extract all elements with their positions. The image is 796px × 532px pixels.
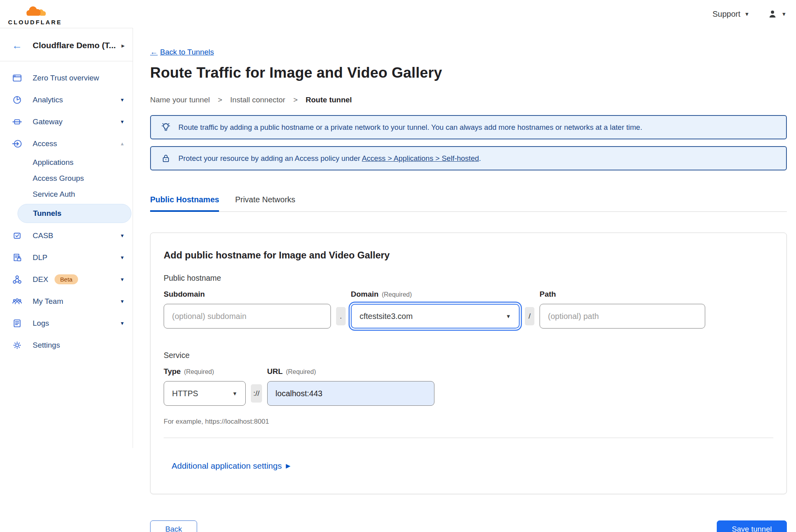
service-section-label: Service bbox=[164, 351, 773, 360]
subdomain-input[interactable] bbox=[164, 304, 331, 329]
chevron-down-icon: ▼ bbox=[744, 12, 749, 17]
info-banner-access-policy: Protect your resource by adding an Acces… bbox=[150, 146, 787, 170]
breadcrumb: Name your tunnel > Install connector > R… bbox=[150, 96, 787, 104]
overview-window-icon bbox=[12, 73, 22, 83]
sidebar-item-zero-trust-overview[interactable]: Zero Trust overview bbox=[0, 67, 133, 89]
sidebar-item-casb[interactable]: CASB ▼ bbox=[0, 225, 133, 246]
sidebar-item-applications[interactable]: Applications bbox=[0, 155, 133, 170]
sidebar-item-tunnels-selected[interactable]: Tunnels bbox=[0, 204, 133, 223]
card-heading: Add public hostname for Image and Video … bbox=[164, 250, 773, 261]
cloudflare-wordmark: CLOUDFLARE bbox=[8, 19, 62, 25]
chevron-down-icon: ▼ bbox=[120, 321, 125, 326]
path-input[interactable] bbox=[540, 304, 705, 329]
account-name: Cloudflare Demo (T... bbox=[33, 41, 121, 50]
back-arrow-icon[interactable]: ← bbox=[12, 40, 22, 51]
support-label: Support bbox=[712, 10, 740, 19]
chevron-up-icon: ▲ bbox=[120, 141, 125, 147]
user-icon bbox=[768, 9, 777, 19]
sidebar-item-dex[interactable]: DEX Beta ▼ bbox=[0, 268, 133, 290]
chevron-down-icon: ▼ bbox=[506, 313, 511, 319]
hostname-field-row: Subdomain . Domain(Required) cftestsite3… bbox=[164, 290, 773, 329]
account-menu[interactable]: ▼ bbox=[768, 9, 786, 19]
sidebar-nav: Zero Trust overview Analytics ▼ Gateway … bbox=[0, 61, 133, 356]
breadcrumb-step-name-tunnel[interactable]: Name your tunnel bbox=[150, 96, 210, 104]
support-menu[interactable]: Support ▼ bbox=[712, 10, 749, 19]
gear-icon bbox=[12, 340, 22, 350]
sidebar-item-gateway[interactable]: Gateway ▼ bbox=[0, 111, 133, 133]
info-banner-text: Route traffic by adding a public hostnam… bbox=[178, 123, 642, 132]
top-bar: CLOUDFLARE Support ▼ ▼ bbox=[0, 0, 796, 28]
sidebar-item-access-groups[interactable]: Access Groups bbox=[0, 170, 133, 186]
expand-right-icon: ▶ bbox=[286, 462, 291, 469]
card-divider bbox=[164, 438, 773, 438]
url-label: URL(Required) bbox=[267, 367, 434, 376]
path-label: Path bbox=[540, 290, 705, 299]
casb-icon bbox=[12, 231, 22, 241]
sidebar-item-access[interactable]: Access ▲ bbox=[0, 133, 133, 155]
gateway-icon bbox=[12, 117, 22, 127]
protect-banner-text: Protect your resource by adding an Acces… bbox=[178, 154, 360, 162]
public-hostname-card: Add public hostname for Image and Video … bbox=[150, 233, 787, 494]
chevron-down-icon: ▼ bbox=[120, 299, 125, 304]
chevron-right-icon[interactable]: ▸ bbox=[121, 42, 125, 49]
tab-public-hostnames[interactable]: Public Hostnames bbox=[150, 195, 219, 212]
sidebar-item-settings[interactable]: Settings bbox=[0, 334, 133, 356]
chevron-down-icon: ▼ bbox=[120, 233, 125, 239]
domain-label: Domain(Required) bbox=[351, 290, 520, 299]
public-hostname-section-label: Public hostname bbox=[164, 274, 773, 283]
additional-application-settings-toggle[interactable]: Additional application settings ▶ bbox=[172, 461, 290, 471]
tunnels-active-pill[interactable]: Tunnels bbox=[18, 204, 131, 223]
chevron-down-icon: ▼ bbox=[120, 119, 125, 125]
service-url-input[interactable] bbox=[267, 381, 434, 406]
chevron-down-icon: ▼ bbox=[120, 97, 125, 103]
lightbulb-icon bbox=[160, 122, 171, 133]
team-people-icon bbox=[12, 296, 22, 307]
sidebar-account-header: ← Cloudflare Demo (T... ▸ bbox=[0, 28, 133, 61]
sidebar: ← Cloudflare Demo (T... ▸ Zero Trust ove… bbox=[0, 28, 133, 448]
chevron-down-icon: ▼ bbox=[781, 12, 786, 17]
back-button[interactable]: Back bbox=[150, 520, 197, 532]
type-selected-value: HTTPS bbox=[172, 389, 198, 398]
info-banner-route-traffic: Route traffic by adding a public hostnam… bbox=[150, 115, 787, 139]
breadcrumb-step-install-connector[interactable]: Install connector bbox=[230, 96, 285, 104]
sidebar-item-analytics[interactable]: Analytics ▼ bbox=[0, 89, 133, 111]
dlp-document-lock-icon bbox=[12, 252, 22, 263]
url-example-hint: For example, https://localhost:8001 bbox=[164, 418, 773, 426]
breadcrumb-separator: > bbox=[218, 96, 222, 104]
type-label: Type(Required) bbox=[164, 367, 246, 376]
breadcrumb-step-route-tunnel: Route tunnel bbox=[306, 96, 352, 104]
slash-separator: / bbox=[525, 307, 534, 325]
subdomain-label: Subdomain bbox=[164, 290, 331, 299]
protect-banner-period: . bbox=[479, 154, 481, 162]
tab-bar: Public Hostnames Private Networks bbox=[150, 195, 787, 212]
cloudflare-logo[interactable]: CLOUDFLARE bbox=[7, 2, 63, 25]
domain-selected-value: cftestsite3.com bbox=[360, 312, 413, 321]
service-type-select[interactable]: HTTPS ▼ bbox=[164, 381, 246, 406]
tab-private-networks[interactable]: Private Networks bbox=[235, 195, 295, 211]
pie-chart-icon bbox=[12, 95, 22, 105]
dex-nodes-icon bbox=[12, 274, 22, 285]
logs-document-icon bbox=[12, 318, 22, 329]
back-to-tunnels-link[interactable]: ← Back to Tunnels bbox=[150, 48, 214, 57]
cloudflare-cloud-icon bbox=[12, 2, 59, 18]
chevron-down-icon: ▼ bbox=[120, 255, 125, 260]
scheme-separator: :// bbox=[251, 384, 262, 403]
save-tunnel-button[interactable]: Save tunnel bbox=[717, 520, 787, 532]
chevron-down-icon: ▼ bbox=[120, 277, 125, 282]
service-field-row: Type(Required) HTTPS ▼ :// URL(Required) bbox=[164, 367, 773, 406]
breadcrumb-separator: > bbox=[293, 96, 297, 104]
sidebar-item-my-team[interactable]: My Team ▼ bbox=[0, 290, 133, 312]
domain-select[interactable]: cftestsite3.com ▼ bbox=[351, 304, 520, 329]
access-icon bbox=[12, 139, 22, 149]
lock-icon bbox=[160, 153, 171, 164]
page-title: Route Traffic for Image and Video Galler… bbox=[150, 65, 787, 81]
sidebar-item-dlp[interactable]: DLP ▼ bbox=[0, 246, 133, 268]
sidebar-item-service-auth[interactable]: Service Auth bbox=[0, 186, 133, 202]
chevron-down-icon: ▼ bbox=[232, 391, 237, 397]
sidebar-item-logs[interactable]: Logs ▼ bbox=[0, 312, 133, 334]
main-content: ← Back to Tunnels Route Traffic for Imag… bbox=[133, 28, 796, 532]
access-applications-self-hosted-link[interactable]: Access > Applications > Self-hosted bbox=[362, 154, 479, 162]
beta-badge: Beta bbox=[55, 274, 78, 284]
back-arrow-icon: ← bbox=[150, 48, 158, 57]
footer-actions: Back Save tunnel bbox=[150, 520, 787, 532]
